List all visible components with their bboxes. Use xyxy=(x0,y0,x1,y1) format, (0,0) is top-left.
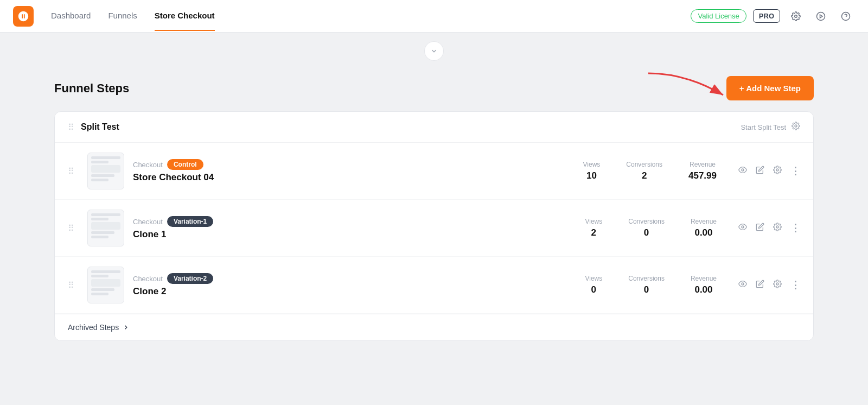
step-actions-2: ⋮ xyxy=(738,222,800,234)
views-label-1: Views xyxy=(583,161,601,168)
split-test-title: Split Test xyxy=(81,122,119,132)
conversions-label-2: Conversions xyxy=(628,218,665,225)
step-type-2: Checkout xyxy=(133,218,163,226)
step-info-1: Checkout Control Store Checkout 04 xyxy=(133,159,575,183)
page-title: Funnel Steps xyxy=(54,81,129,96)
step-info-3: Checkout Variation-2 Clone 2 xyxy=(133,273,576,297)
more-icon-2[interactable]: ⋮ xyxy=(790,222,800,234)
edit-icon-2[interactable] xyxy=(756,223,764,233)
svg-point-11 xyxy=(742,283,744,285)
nav-links: Dashboard Funnels Store Checkout xyxy=(51,1,691,31)
revenue-value-3: 0.00 xyxy=(691,284,717,295)
step-stats-3: Views 0 Conversions 0 Revenue 0.00 xyxy=(585,275,730,295)
revenue-label-2: Revenue xyxy=(691,218,717,225)
step-type-3: Checkout xyxy=(133,275,163,283)
add-new-step-button[interactable]: + Add New Step xyxy=(726,76,814,100)
svg-point-1 xyxy=(817,12,825,20)
svg-point-0 xyxy=(795,15,797,17)
conversions-value-3: 0 xyxy=(628,284,665,295)
archived-label: Archived Steps xyxy=(68,323,119,332)
view-icon-3[interactable] xyxy=(738,280,747,290)
table-row: ⠿ Checkout Variation-1 Clone 1 Views 2 xyxy=(55,200,813,257)
edit-icon-1[interactable] xyxy=(756,166,764,176)
archived-section: Archived Steps xyxy=(55,314,813,340)
edit-icon-3[interactable] xyxy=(756,280,764,290)
revenue-label-1: Revenue xyxy=(688,161,717,168)
app-logo[interactable] xyxy=(13,6,34,27)
stat-revenue-1: Revenue 457.99 xyxy=(688,161,717,181)
stat-views-2: Views 2 xyxy=(585,218,602,238)
step-info-2: Checkout Variation-1 Clone 1 xyxy=(133,216,576,240)
view-icon-1[interactable] xyxy=(738,166,747,176)
settings-icon-3[interactable] xyxy=(773,280,782,290)
drag-handle-step3[interactable]: ⠿ xyxy=(68,280,79,290)
step-badge-3: Variation-2 xyxy=(167,273,213,284)
views-value-2: 2 xyxy=(585,227,602,238)
drag-handle-step1[interactable]: ⠿ xyxy=(68,166,79,176)
svg-marker-2 xyxy=(820,15,823,18)
svg-point-9 xyxy=(742,226,744,228)
play-button[interactable] xyxy=(812,7,830,26)
stat-revenue-3: Revenue 0.00 xyxy=(691,275,717,295)
views-value-3: 0 xyxy=(585,284,602,295)
conversions-value-2: 0 xyxy=(628,227,665,238)
step-actions-3: ⋮ xyxy=(738,279,800,291)
nav-right: Valid License PRO xyxy=(691,7,855,26)
start-split-test-link[interactable]: Start Split Test xyxy=(741,123,786,131)
stat-conversions-2: Conversions 0 xyxy=(628,218,665,238)
svg-point-8 xyxy=(776,169,778,171)
split-test-left: ⠿ Split Test xyxy=(68,122,119,132)
more-icon-3[interactable]: ⋮ xyxy=(790,279,800,291)
step-badge-2: Variation-1 xyxy=(167,216,213,227)
arrow-indicator xyxy=(643,71,730,109)
archived-steps-link[interactable]: Archived Steps xyxy=(68,323,800,332)
navbar: Dashboard Funnels Store Checkout Valid L… xyxy=(0,0,868,33)
step-badge-1: Control xyxy=(167,159,203,170)
step-name-1: Store Checkout 04 xyxy=(133,172,575,183)
conversions-label-3: Conversions xyxy=(628,275,665,282)
more-icon-1[interactable]: ⋮ xyxy=(790,165,800,177)
stat-revenue-2: Revenue 0.00 xyxy=(691,218,717,238)
split-test-settings-icon[interactable] xyxy=(792,122,800,132)
nav-funnels[interactable]: Funnels xyxy=(108,1,137,31)
nav-store-checkout[interactable]: Store Checkout xyxy=(155,1,215,31)
revenue-value-2: 0.00 xyxy=(691,227,717,238)
stat-views-3: Views 0 xyxy=(585,275,602,295)
step-type-1: Checkout xyxy=(133,161,163,169)
svg-point-10 xyxy=(776,226,778,228)
valid-license-badge: Valid License xyxy=(691,9,746,23)
view-icon-2[interactable] xyxy=(738,223,747,233)
settings-icon-2[interactable] xyxy=(773,223,782,233)
drag-handle-split[interactable]: ⠿ xyxy=(68,122,74,132)
split-test-header: ⠿ Split Test Start Split Test xyxy=(55,112,813,143)
help-button[interactable] xyxy=(837,7,855,26)
drag-handle-step2[interactable]: ⠿ xyxy=(68,223,79,233)
settings-button[interactable] xyxy=(787,7,805,26)
nav-dashboard[interactable]: Dashboard xyxy=(51,1,91,31)
step-thumbnail-1 xyxy=(87,153,124,189)
revenue-label-3: Revenue xyxy=(691,275,717,282)
table-row: ⠿ Checkout Variation-2 Clone 2 Views 0 xyxy=(55,257,813,314)
stat-conversions-1: Conversions 2 xyxy=(626,161,662,181)
stat-conversions-3: Conversions 0 xyxy=(628,275,665,295)
revenue-value-1: 457.99 xyxy=(688,170,717,181)
main-content: Funnel Steps + Add New Step ⠿ Split Test xyxy=(33,65,835,363)
funnel-card: ⠿ Split Test Start Split Test ⠿ xyxy=(54,111,814,341)
collapse-button[interactable] xyxy=(424,41,444,61)
stat-views-1: Views 10 xyxy=(583,161,601,181)
views-label-3: Views xyxy=(585,275,602,282)
split-test-right: Start Split Test xyxy=(741,122,800,132)
table-row: ⠿ Checkout Control Store Checkout 04 Vie… xyxy=(55,143,813,200)
step-name-2: Clone 1 xyxy=(133,229,576,240)
views-label-2: Views xyxy=(585,218,602,225)
svg-point-6 xyxy=(795,125,797,127)
settings-icon-1[interactable] xyxy=(773,166,782,176)
step-actions-1: ⋮ xyxy=(738,165,800,177)
conversions-label-1: Conversions xyxy=(626,161,662,168)
conversions-value-1: 2 xyxy=(626,170,662,181)
step-name-3: Clone 2 xyxy=(133,286,576,297)
collapse-area xyxy=(0,33,868,65)
step-thumbnail-2 xyxy=(87,210,124,246)
svg-point-12 xyxy=(776,283,778,285)
pro-badge: PRO xyxy=(753,9,780,23)
